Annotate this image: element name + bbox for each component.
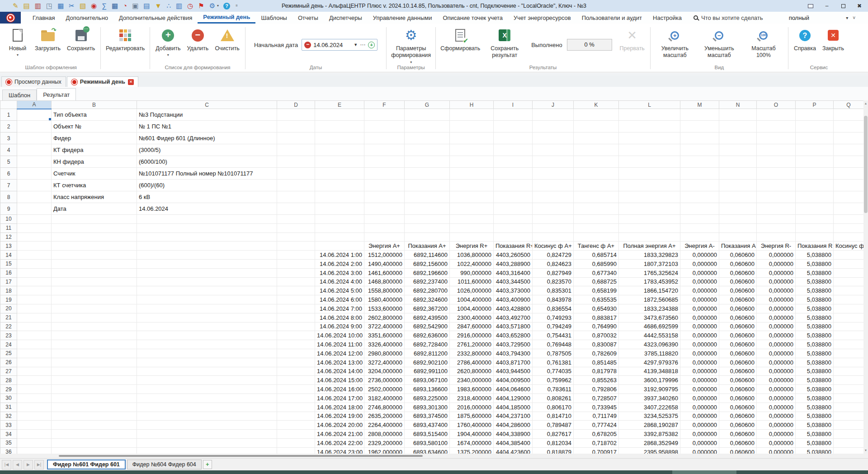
cell-Q13[interactable]: Косинус ф [834,242,864,251]
cell-L24[interactable]: 4323,096390 [619,340,680,349]
cell-C35[interactable] [137,438,277,447]
cell-J15[interactable]: 0,824623 [533,259,574,268]
cell-M6[interactable] [680,168,719,180]
cell-L1[interactable] [619,109,680,121]
cell-L10[interactable] [619,215,680,224]
cell-H20[interactable]: 1004,400000 [450,304,494,313]
cell-A30[interactable] [17,393,52,403]
cell-Q24[interactable] [834,340,864,349]
cell-B24[interactable] [52,340,137,349]
cell-B17[interactable] [52,277,137,286]
row-header-29[interactable]: 29 [0,385,17,394]
cell-O21[interactable]: 0,000000 [757,313,796,322]
cell-H35[interactable]: 1674,000000 [450,438,494,447]
cell-B29[interactable] [52,385,137,394]
row-header-6[interactable]: 6 [0,168,17,180]
cell-A4[interactable] [17,144,52,156]
cell-K19[interactable]: 0,635535 [574,295,619,304]
cell-O28[interactable]: 0,000000 [757,376,796,385]
cell-O26[interactable]: 0,000000 [757,358,796,367]
cell-K32[interactable]: 0,711749 [574,412,619,421]
cell-A20[interactable] [17,304,52,313]
cell-B6[interactable]: Счетчик [52,168,137,180]
cell-G13[interactable]: Показания А+ [405,242,450,251]
cell-M22[interactable]: 0,000000 [680,322,719,331]
cell-D15[interactable] [277,259,315,268]
cell-H28[interactable]: 2340,000000 [450,376,494,385]
cell-N1[interactable] [719,109,757,121]
cell-Q20[interactable] [834,304,864,313]
cell-L27[interactable]: 4139,348818 [619,367,680,376]
cell-J20[interactable]: 0,836554 [533,304,574,313]
cell-B7[interactable]: КТ счетчика [52,180,137,191]
cell-J26[interactable]: 0,761381 [533,358,574,367]
cell-Q5[interactable] [834,156,864,168]
cell-D25[interactable] [277,349,315,358]
cell-O18[interactable]: 0,000000 [757,286,796,295]
cell-P20[interactable]: 5,038800 [796,304,834,313]
cell-P15[interactable]: 5,038800 [796,259,834,268]
cell-N5[interactable] [719,156,757,168]
cell-F35[interactable]: 2329,200000 [364,438,405,447]
cell-E36[interactable]: 14.06.2024 23:00 [315,447,364,454]
cell-P32[interactable]: 5,038800 [796,412,834,421]
cell-P34[interactable]: 5,038800 [796,430,834,439]
cell-C10[interactable] [137,215,277,224]
cell-K33[interactable]: 0,777424 [574,421,619,430]
cell-G6[interactable] [405,168,450,180]
zoom-in-button[interactable]: + Увеличить масштаб [653,25,697,59]
cell-J33[interactable]: 0,789487 [533,421,574,430]
cell-M34[interactable]: 0,000000 [680,430,719,439]
cell-A27[interactable] [17,367,52,376]
cell-I17[interactable]: 4403,344500 [494,277,533,286]
cell-B30[interactable] [52,393,137,403]
cell-A12[interactable] [17,232,52,242]
row-header-4[interactable]: 4 [0,144,17,156]
cell-B8[interactable]: Класс напряжения [52,191,137,203]
row-header-17[interactable]: 17 [0,277,17,286]
cell-Q12[interactable] [834,232,864,242]
clear-button[interactable]: Очистить [212,25,242,52]
cell-H7[interactable] [450,180,494,191]
cell-N28[interactable]: 0,060600 [719,376,757,385]
cell-L20[interactable]: 1833,234388 [619,304,680,313]
row-header-32[interactable]: 32 [0,412,17,421]
cell-E26[interactable]: 14.06.2024 13:00 [315,358,364,367]
cell-D7[interactable] [277,180,315,191]
cell-B22[interactable] [52,322,137,331]
cell-L6[interactable] [619,168,680,180]
edit-button[interactable]: Редактировать [103,25,147,52]
cell-I31[interactable]: 4404,185000 [494,403,533,412]
gauge-icon[interactable]: ◔ [123,2,127,9]
cell-N30[interactable]: 0,060600 [719,393,757,403]
cell-K1[interactable] [574,109,619,121]
cell-M13[interactable]: Энергия А- [680,242,719,251]
cell-O17[interactable]: 0,000000 [757,277,796,286]
cell-I2[interactable] [494,121,533,133]
cell-I13[interactable]: Показания R+ [494,242,533,251]
cell-K2[interactable] [574,121,619,133]
cell-L28[interactable]: 3600,179996 [619,376,680,385]
cell-N8[interactable] [719,191,757,203]
row-header-16[interactable]: 16 [0,268,17,277]
cell-K26[interactable]: 0,851485 [574,358,619,367]
cell-D17[interactable] [277,277,315,286]
cell-F20[interactable]: 1533,600000 [364,304,405,313]
cell-D24[interactable] [277,340,315,349]
cell-M33[interactable]: 0,000000 [680,421,719,430]
cell-A19[interactable] [17,295,52,304]
cell-C15[interactable] [137,259,277,268]
flag-icon[interactable]: ⚑ [198,2,204,9]
menu-item[interactable]: Главная [27,12,60,24]
tab-template[interactable]: Шаблон [2,90,37,100]
cell-E12[interactable] [315,232,364,242]
cell-M30[interactable]: 0,000000 [680,393,719,403]
cell-F1[interactable] [364,109,405,121]
cell-Q8[interactable] [834,191,864,203]
cell-H18[interactable]: 1026,000000 [450,286,494,295]
cell-E21[interactable]: 14.06.2024 8:00 [315,313,364,322]
cell-C16[interactable] [137,268,277,277]
cell-M25[interactable]: 0,000000 [680,349,719,358]
cell-G14[interactable]: 6892,114600 [405,251,450,260]
cell-Q2[interactable] [834,121,864,133]
